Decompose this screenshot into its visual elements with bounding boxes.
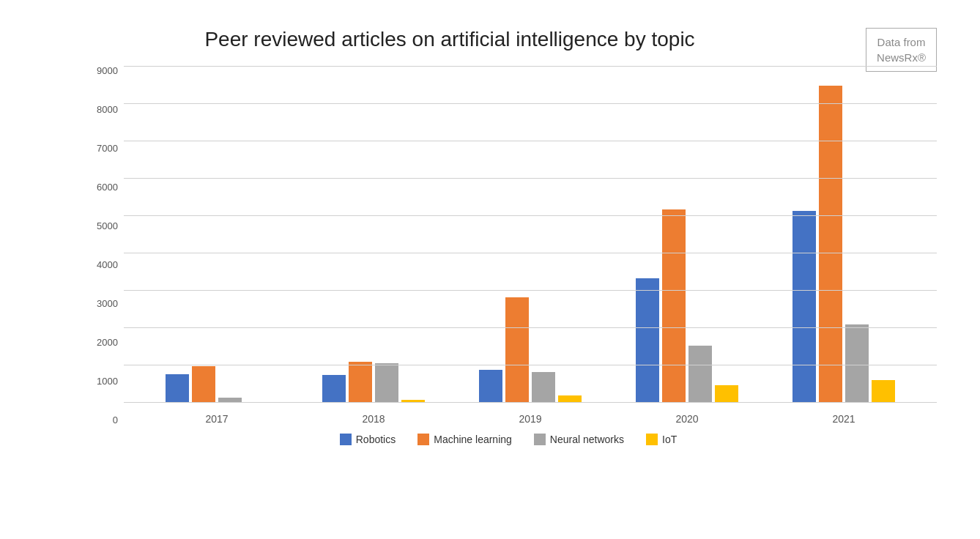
bar-iot bbox=[715, 385, 738, 403]
y-axis-label: 3000 bbox=[97, 299, 118, 308]
bar-machine_learning bbox=[662, 209, 686, 402]
plot-area bbox=[124, 66, 937, 403]
legend-color-neural_networks bbox=[534, 434, 546, 445]
year-group bbox=[166, 366, 268, 402]
x-axis-label: 2018 bbox=[319, 413, 428, 425]
bar-iot bbox=[558, 395, 582, 402]
bar-robotics bbox=[166, 374, 189, 402]
year-bars bbox=[636, 209, 738, 402]
bar-robotics bbox=[792, 211, 816, 402]
legend-color-iot bbox=[646, 434, 658, 445]
y-axis-label: 4000 bbox=[97, 260, 118, 270]
bar-neural_networks bbox=[532, 372, 555, 402]
gridline bbox=[124, 253, 937, 253]
y-axis-label: 6000 bbox=[97, 182, 118, 192]
year-group bbox=[322, 362, 425, 402]
gridline bbox=[124, 103, 937, 104]
chart-container: Peer reviewed articles on artificial int… bbox=[21, 13, 959, 526]
gridline bbox=[124, 178, 937, 179]
legend-label-iot: IoT bbox=[662, 434, 677, 445]
bar-machine_learning bbox=[505, 297, 529, 402]
y-axis-label: 0 bbox=[113, 415, 118, 425]
y-axis-label: 9000 bbox=[97, 66, 118, 75]
chart-area: 9000800070006000500040003000200010000 20… bbox=[80, 66, 937, 425]
bar-machine_learning bbox=[192, 366, 215, 402]
gridline bbox=[124, 365, 937, 365]
y-axis-label: 8000 bbox=[97, 105, 118, 114]
x-labels: 20172018201920202021 bbox=[124, 413, 937, 425]
bar-iot bbox=[872, 380, 895, 402]
year-group bbox=[792, 86, 895, 402]
bar-machine_learning bbox=[349, 362, 372, 402]
data-source-box: Data fromNewsRx® bbox=[866, 28, 937, 72]
x-axis-label: 2021 bbox=[790, 413, 898, 425]
legend-item-neural_networks: Neural networks bbox=[534, 434, 624, 445]
year-bars bbox=[322, 362, 425, 402]
legend-color-robotics bbox=[340, 434, 352, 445]
y-axis: 9000800070006000500040003000200010000 bbox=[80, 66, 124, 425]
legend-label-neural_networks: Neural networks bbox=[550, 434, 624, 445]
gridline bbox=[124, 141, 937, 141]
year-group bbox=[479, 297, 582, 402]
bar-neural_networks bbox=[845, 324, 869, 402]
gridline bbox=[124, 327, 937, 328]
bar-robotics bbox=[479, 370, 502, 402]
gridline bbox=[124, 66, 937, 67]
x-axis-label: 2020 bbox=[633, 413, 741, 425]
legend-item-iot: IoT bbox=[646, 434, 677, 445]
y-axis-label: 7000 bbox=[97, 144, 118, 153]
bar-machine_learning bbox=[819, 86, 842, 402]
gridline bbox=[124, 290, 937, 291]
data-source-text: Data fromNewsRx® bbox=[877, 36, 926, 64]
bars-wrapper bbox=[124, 66, 937, 402]
bar-robotics bbox=[322, 375, 346, 402]
legend-color-machine_learning bbox=[417, 434, 429, 445]
year-bars bbox=[479, 297, 582, 402]
legend: RoboticsMachine learningNeural networksI… bbox=[80, 434, 937, 445]
x-axis-label: 2017 bbox=[163, 413, 271, 425]
year-group bbox=[636, 209, 738, 402]
bar-neural_networks bbox=[688, 346, 712, 402]
legend-item-machine_learning: Machine learning bbox=[417, 434, 512, 445]
legend-item-robotics: Robotics bbox=[340, 434, 396, 445]
x-axis-label: 2019 bbox=[476, 413, 584, 425]
bar-neural_networks bbox=[375, 363, 398, 402]
bar-robotics bbox=[636, 278, 659, 402]
year-bars bbox=[792, 86, 895, 402]
y-axis-label: 5000 bbox=[97, 221, 118, 231]
gridline bbox=[124, 402, 937, 403]
year-bars bbox=[166, 366, 268, 402]
chart-title: Peer reviewed articles on artificial int… bbox=[80, 28, 937, 51]
y-axis-label: 1000 bbox=[97, 376, 118, 386]
y-axis-label: 2000 bbox=[97, 338, 118, 347]
gridline bbox=[124, 215, 937, 216]
legend-label-robotics: Robotics bbox=[356, 434, 396, 445]
legend-label-machine_learning: Machine learning bbox=[434, 434, 512, 445]
